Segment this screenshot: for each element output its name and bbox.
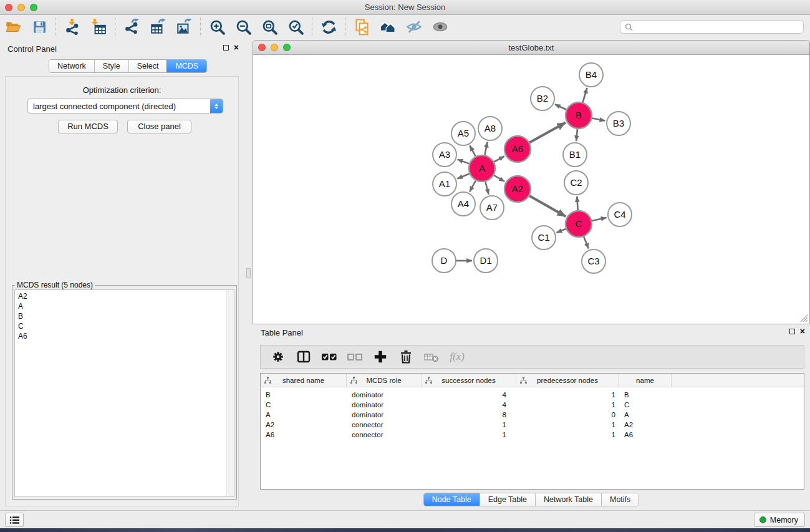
export-image-button[interactable] (171, 16, 197, 37)
table-panel-close-icon[interactable]: × (800, 328, 805, 334)
run-mcds-button[interactable]: Run MCDS (58, 120, 118, 133)
open-file-button[interactable] (0, 16, 26, 37)
zoom-out-button[interactable] (230, 16, 256, 37)
graph-edge-A6-B[interactable] (529, 123, 566, 143)
cell-predecessor-nodes[interactable]: 1 (516, 420, 619, 430)
criterion-select[interactable]: largest connected component (directed) (27, 99, 223, 114)
zoom-selected-button[interactable] (282, 16, 309, 37)
export-table-button[interactable] (145, 16, 171, 37)
graph-node-A1[interactable]: A1 (433, 172, 456, 196)
graph-node-D1[interactable]: D1 (474, 249, 498, 273)
select-all-button[interactable] (321, 348, 338, 365)
show-columns-button[interactable] (295, 348, 312, 365)
cell-predecessor-nodes[interactable]: 1 (516, 390, 619, 400)
tab-mcds[interactable]: MCDS (166, 60, 206, 72)
graph-edge-A2-C[interactable] (529, 196, 566, 216)
unselect-all-button[interactable] (346, 348, 364, 365)
graph-node-A7[interactable]: A7 (480, 196, 504, 220)
export-network-button[interactable] (118, 16, 145, 37)
cell-MCDS-role[interactable]: connector (347, 420, 422, 430)
graph-edge-B-B2[interactable] (555, 104, 566, 109)
graph-node-C[interactable]: C (566, 211, 592, 237)
graph-node-D[interactable]: D (432, 249, 456, 273)
graph-edge-B-B3[interactable] (592, 118, 605, 120)
graph-node-A6[interactable]: A6 (504, 136, 531, 162)
graph-node-A[interactable]: A (469, 155, 495, 181)
cell-successor-nodes[interactable]: 1 (422, 420, 516, 430)
cell-predecessor-nodes[interactable]: 1 (516, 400, 619, 410)
graph-edge-A-A2[interactable] (494, 175, 504, 181)
cell-MCDS-role[interactable]: dominator (347, 400, 422, 410)
graph-node-C2[interactable]: C2 (564, 171, 588, 195)
graph-edge-A-A7[interactable] (485, 181, 488, 194)
tab-network[interactable]: Network (49, 60, 94, 72)
table-options-button[interactable] (269, 348, 287, 365)
tab-network-table[interactable]: Network Table (535, 493, 601, 506)
save-session-button[interactable] (26, 16, 52, 37)
cell-name[interactable]: A (619, 410, 672, 420)
cell-shared-name[interactable]: C (261, 400, 347, 410)
table-panel-float-icon[interactable] (789, 329, 795, 334)
show-all-button[interactable] (427, 16, 453, 37)
cell-successor-nodes[interactable]: 1 (422, 430, 516, 440)
graph-node-C3[interactable]: C3 (582, 249, 605, 273)
network-canvas[interactable]: B4B2BB3A8A5A6A3B1AA1C2A2A4A7C4CC1C3DD1 (253, 55, 809, 324)
cell-MCDS-role[interactable]: dominator (347, 390, 422, 400)
table-row[interactable]: A2connector11A2 (261, 420, 804, 430)
cell-name[interactable]: C (619, 400, 672, 410)
tab-motifs[interactable]: Motifs (601, 493, 639, 506)
graph-edge-C-C3[interactable] (584, 236, 589, 248)
refresh-layout-button[interactable] (316, 16, 342, 37)
cell-successor-nodes[interactable]: 4 (422, 390, 516, 400)
graph-edge-B-B1[interactable] (576, 129, 577, 141)
cell-name[interactable]: A6 (619, 430, 672, 440)
table-row[interactable]: Cdominator41C (261, 400, 804, 410)
task-history-button[interactable] (5, 513, 24, 527)
column-header-name[interactable]: name (619, 374, 672, 387)
search-field[interactable] (620, 20, 804, 34)
cell-name[interactable]: B (619, 390, 672, 400)
search-input[interactable] (635, 21, 803, 32)
tab-node-table[interactable]: Node Table (424, 493, 480, 506)
result-scrollbar[interactable] (226, 290, 234, 496)
graph-edge-A-A6[interactable] (494, 157, 504, 162)
column-header-shared-name[interactable]: shared name (261, 374, 347, 387)
first-neighbors-button[interactable] (375, 16, 401, 37)
tab-edge-table[interactable]: Edge Table (480, 493, 535, 506)
table-row[interactable]: A6connector11A6 (261, 430, 804, 440)
delete-table-button[interactable] (423, 348, 440, 365)
function-builder-button[interactable]: f(x) (448, 348, 466, 365)
cell-shared-name[interactable]: A (261, 410, 347, 420)
add-entry-button[interactable] (372, 348, 389, 365)
cell-name[interactable]: A2 (619, 420, 672, 430)
tab-style[interactable]: Style (94, 60, 128, 72)
import-network-button[interactable] (59, 16, 85, 37)
graph-node-A2[interactable]: A2 (504, 176, 531, 202)
panel-splitter-handle[interactable] (246, 268, 251, 278)
import-table-button[interactable] (85, 16, 112, 37)
graph-edge-C-C1[interactable] (557, 229, 566, 233)
cell-MCDS-role[interactable]: connector (347, 430, 422, 440)
graph-edge-A-A5[interactable] (470, 145, 475, 156)
hide-selected-button[interactable] (401, 16, 427, 37)
graph-edge-A-A8[interactable] (485, 142, 487, 155)
column-header-successor-nodes[interactable]: successor nodes (422, 374, 516, 387)
tab-select[interactable]: Select (128, 60, 167, 72)
cell-MCDS-role[interactable]: dominator (347, 410, 422, 420)
graph-edge-B-B4[interactable] (583, 88, 587, 102)
cell-predecessor-nodes[interactable]: 0 (516, 410, 619, 420)
table-row[interactable]: Bdominator41B (261, 390, 804, 400)
graph-edge-A-A3[interactable] (458, 160, 470, 164)
cell-shared-name[interactable]: B (261, 390, 347, 400)
graph-node-C4[interactable]: C4 (608, 203, 632, 226)
zoom-in-button[interactable] (204, 16, 230, 37)
graph-edge-A-A4[interactable] (470, 181, 476, 192)
new-network-from-selection-button[interactable] (349, 16, 375, 37)
graph-node-B1[interactable]: B1 (563, 143, 587, 167)
graph-node-B2[interactable]: B2 (531, 87, 554, 110)
control-panel-float-icon[interactable] (223, 45, 229, 51)
mcds-result-item[interactable]: A6 (15, 331, 225, 341)
cell-successor-nodes[interactable]: 8 (422, 410, 516, 420)
control-panel-close-icon[interactable]: × (234, 44, 239, 51)
cell-predecessor-nodes[interactable]: 1 (516, 430, 619, 440)
